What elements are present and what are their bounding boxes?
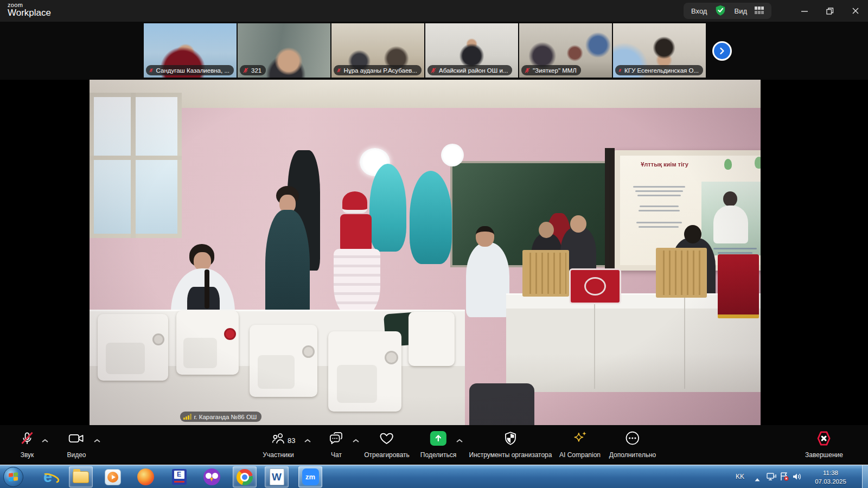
participant-name-pill: Сандугаш Казалиевна, ... xyxy=(146,65,234,75)
next-page-button[interactable] xyxy=(712,41,732,61)
floppy-disk-icon: E xyxy=(172,469,187,485)
clock-date: 07.03.2025 xyxy=(802,477,859,486)
participant-video-4[interactable]: Абайский район ОШ и... xyxy=(425,23,518,78)
participants-icon xyxy=(271,430,286,446)
main-stage: Ұлттық киім тігу xyxy=(0,80,868,425)
video-label: Видео xyxy=(67,451,86,459)
taskbar-chrome[interactable] xyxy=(233,466,257,487)
folder-icon xyxy=(73,471,89,483)
ai-companion-button[interactable]: AI Companion xyxy=(559,430,601,459)
participants-button[interactable]: Участники 83 xyxy=(263,430,293,459)
show-desktop-button[interactable] xyxy=(862,465,868,488)
scene-vignette xyxy=(90,80,761,425)
host-tools-button[interactable]: Инструменты организатора xyxy=(469,430,552,459)
muted-mic-icon xyxy=(149,67,154,74)
zoom-app-icon: zm xyxy=(302,468,319,485)
active-speaker-label: г. Караганда №86 ОШ xyxy=(180,412,261,422)
taskbar-word[interactable]: W xyxy=(265,466,289,487)
chat-label: Чат xyxy=(331,451,342,459)
taskbar-media-player[interactable] xyxy=(101,466,125,487)
tray-action-center-icon[interactable] xyxy=(779,472,790,484)
end-meeting-icon xyxy=(815,430,832,446)
participant-name: КГУ Есенгельдинская О... xyxy=(624,67,699,74)
chat-icon xyxy=(329,430,344,446)
react-button[interactable]: Отреагировать xyxy=(364,430,410,459)
muted-mic-icon xyxy=(430,67,437,74)
participant-video-2[interactable]: 321 xyxy=(238,23,330,78)
video-button[interactable]: Видео xyxy=(67,430,86,459)
chat-options-chevron[interactable] xyxy=(352,435,360,445)
start-button[interactable] xyxy=(3,467,23,487)
more-label: Дополнительно xyxy=(609,451,656,459)
audio-label: Звук xyxy=(21,451,34,459)
taskbar-purple-app[interactable] xyxy=(200,466,224,487)
signal-bars-icon xyxy=(183,414,192,420)
taskbar-explorer[interactable] xyxy=(69,466,93,487)
participant-video-1[interactable]: Сандугаш Казалиевна, ... xyxy=(144,23,237,78)
share-options-chevron[interactable] xyxy=(456,435,463,445)
internet-explorer-icon: e xyxy=(43,469,52,485)
participant-video-5[interactable]: "Зияткер" ММЛ xyxy=(519,23,612,78)
minimize-button[interactable] xyxy=(792,0,817,22)
participant-name: "Зияткер" ММЛ xyxy=(533,67,577,74)
speaker-label-text: г. Караганда №86 ОШ xyxy=(194,414,257,420)
ai-companion-label: AI Companion xyxy=(559,451,601,459)
participant-video-3[interactable]: Нұра ауданы Р.Асубаев... xyxy=(331,23,424,78)
muted-mic-icon xyxy=(618,67,622,74)
shield-icon xyxy=(503,430,518,446)
participants-count: 83 xyxy=(288,436,295,445)
audio-button[interactable]: Звук xyxy=(20,430,35,459)
muted-mic-icon xyxy=(336,67,342,74)
muted-mic-icon xyxy=(524,67,531,74)
chat-button[interactable]: Чат xyxy=(329,430,344,459)
login-button[interactable]: Вход xyxy=(691,7,707,15)
thumbnail-row: Сандугаш Казалиевна, ... 321 Нұра ауданы… xyxy=(144,23,706,78)
participant-name-pill: 321 xyxy=(240,65,266,75)
more-ellipsis-icon xyxy=(625,430,640,446)
view-grid-icon[interactable] xyxy=(755,7,764,16)
meeting-toolbar: Звук Видео Участники 83 Чат Отреагироват xyxy=(0,425,868,465)
participant-name-pill: "Зияткер" ММЛ xyxy=(521,65,581,75)
windows-logo-icon xyxy=(9,472,18,481)
window-controls xyxy=(792,0,868,22)
participant-name: 321 xyxy=(251,67,261,74)
end-meeting-button[interactable]: Завершение xyxy=(805,430,843,459)
react-label: Отреагировать xyxy=(364,451,410,459)
end-meeting-label: Завершение xyxy=(805,451,843,459)
titlebar-right-cluster: Вход Вид xyxy=(684,3,771,19)
audio-options-chevron[interactable] xyxy=(41,435,49,445)
taskbar-zoom[interactable]: zm xyxy=(298,466,322,487)
heart-icon xyxy=(379,430,395,446)
restore-button[interactable] xyxy=(817,0,843,22)
more-button[interactable]: Дополнительно xyxy=(609,430,656,459)
language-indicator[interactable]: KK xyxy=(736,473,744,480)
owl-icon xyxy=(203,468,220,485)
chevron-up-icon xyxy=(754,477,761,482)
taskbar-firefox[interactable] xyxy=(133,466,157,487)
security-shield-icon xyxy=(714,4,726,18)
share-screen-icon xyxy=(430,431,446,446)
ai-sparkle-icon xyxy=(572,430,588,446)
taskbar-floppy-app[interactable]: E xyxy=(167,466,191,487)
close-button[interactable] xyxy=(843,0,868,22)
camera-icon xyxy=(68,430,85,446)
participant-name-pill: КГУ Есенгельдинская О... xyxy=(615,65,703,75)
clock-time: 11:38 xyxy=(802,468,859,477)
zoom-workplace-logo: zoom Workplace xyxy=(8,2,51,18)
participant-video-6[interactable]: КГУ Есенгельдинская О... xyxy=(613,23,706,78)
participant-name: Нұра ауданы Р.Асубаев... xyxy=(344,67,417,74)
video-options-chevron[interactable] xyxy=(93,435,101,445)
show-hidden-icons-button[interactable] xyxy=(754,474,761,484)
word-icon: W xyxy=(270,468,284,485)
taskbar-internet-explorer[interactable]: e xyxy=(36,466,60,487)
tray-network-icon[interactable] xyxy=(766,472,777,484)
tray-volume-icon[interactable] xyxy=(792,472,802,484)
participants-options-chevron[interactable] xyxy=(304,435,311,445)
view-button[interactable]: Вид xyxy=(734,7,747,15)
muted-mic-icon xyxy=(242,67,249,74)
taskbar-clock[interactable]: 11:38 07.03.2025 xyxy=(802,468,859,486)
participants-label: Участники xyxy=(263,451,293,459)
classroom-scene: Ұлттық киім тігу xyxy=(90,80,761,425)
share-button[interactable]: Поделиться xyxy=(420,430,456,459)
active-speaker-video[interactable]: Ұлттық киім тігу xyxy=(90,80,761,425)
